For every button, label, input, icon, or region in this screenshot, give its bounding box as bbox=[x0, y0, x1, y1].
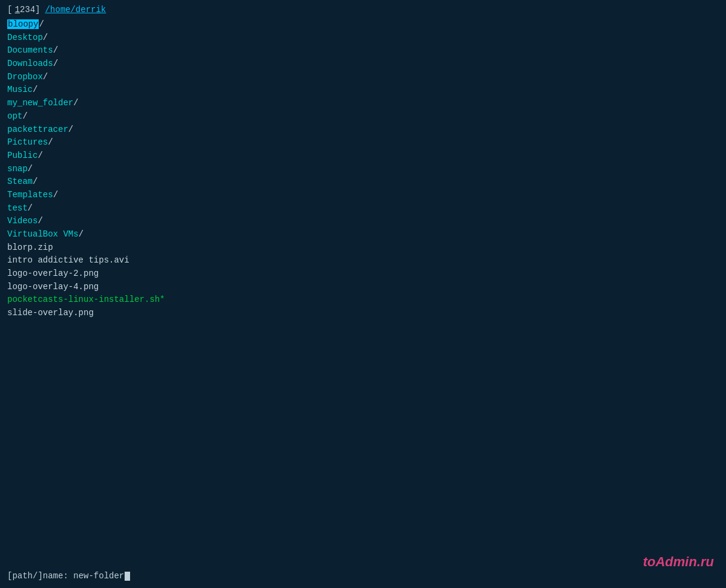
dir-name-documents: Documents bbox=[7, 45, 53, 55]
prompt-label: [path/]name: bbox=[7, 571, 68, 581]
tab-1[interactable]: 1 bbox=[15, 5, 19, 15]
list-item[interactable]: logo-overlay-4.png bbox=[7, 281, 719, 294]
dir-name-public: Public bbox=[7, 151, 38, 160]
file-blorp-zip: blorp.zip bbox=[7, 243, 53, 252]
bottom-prompt: [path/]name: new-folder bbox=[7, 571, 130, 581]
tab-2[interactable]: 2 bbox=[20, 5, 25, 15]
dir-name-desktop: Desktop bbox=[7, 33, 43, 42]
prompt-input[interactable]: new-folder bbox=[73, 571, 124, 581]
list-item[interactable]: Steam/ bbox=[7, 175, 719, 189]
list-item[interactable]: slide-overlay.png bbox=[7, 307, 719, 320]
list-item[interactable]: intro addictive tips.avi bbox=[7, 254, 719, 267]
list-item[interactable]: Desktop/ bbox=[7, 31, 719, 45]
list-item[interactable]: logo-overlay-2.png bbox=[7, 267, 719, 281]
dir-name-opt: opt bbox=[7, 111, 22, 121]
file-logo-overlay-2: logo-overlay-2.png bbox=[7, 269, 99, 278]
list-item[interactable]: opt/ bbox=[7, 110, 719, 123]
directory-listing: bloopy/ Desktop/ Documents/ Downloads/ D… bbox=[7, 18, 719, 320]
dir-name-my-new-folder: my_new_folder bbox=[7, 98, 73, 108]
list-item[interactable]: bloopy/ bbox=[7, 18, 719, 31]
dir-name-dropbox: Dropbox bbox=[7, 72, 43, 82]
list-item[interactable]: my_new_folder/ bbox=[7, 97, 719, 110]
dir-name-steam: Steam bbox=[7, 177, 33, 186]
list-item[interactable]: Templates/ bbox=[7, 189, 719, 202]
file-slide-overlay: slide-overlay.png bbox=[7, 308, 94, 318]
file-pocketcasts-installer: pocketcasts-linux-installer.sh* bbox=[7, 295, 165, 304]
tab-bar: [ 1 2 3 4 ] /home/derrik bbox=[7, 5, 719, 15]
dir-name-test: test bbox=[7, 203, 28, 213]
list-item[interactable]: Pictures/ bbox=[7, 136, 719, 149]
tab-4[interactable]: 4 bbox=[30, 5, 35, 15]
list-item[interactable]: Videos/ bbox=[7, 215, 719, 228]
dir-name-downloads: Downloads bbox=[7, 59, 53, 68]
list-item[interactable]: blorp.zip bbox=[7, 241, 719, 255]
dir-name-virtualbox-vms: VirtualBox VMs bbox=[7, 229, 79, 239]
file-logo-overlay-4: logo-overlay-4.png bbox=[7, 282, 99, 292]
dir-name-bloopy: bloopy bbox=[7, 19, 39, 29]
list-item[interactable]: Public/ bbox=[7, 149, 719, 163]
list-item[interactable]: VirtualBox VMs/ bbox=[7, 228, 719, 241]
list-item[interactable]: test/ bbox=[7, 202, 719, 215]
list-item[interactable]: Dropbox/ bbox=[7, 71, 719, 84]
list-item[interactable]: packettracer/ bbox=[7, 123, 719, 137]
tab-brackets-close: ] bbox=[35, 5, 40, 15]
watermark: toAdmin.ru bbox=[643, 554, 714, 570]
dir-name-videos: Videos bbox=[7, 216, 38, 226]
dir-name-music: Music bbox=[7, 85, 33, 94]
cursor bbox=[125, 572, 130, 581]
dir-name-snap: snap bbox=[7, 164, 28, 174]
list-item[interactable]: pocketcasts-linux-installer.sh* bbox=[7, 293, 719, 307]
tab-3[interactable]: 3 bbox=[25, 5, 30, 15]
prompt-space bbox=[68, 571, 73, 581]
tab-brackets-open: [ bbox=[7, 5, 12, 15]
terminal-window: [ 1 2 3 4 ] /home/derrik bloopy/ Desktop… bbox=[0, 0, 726, 588]
list-item[interactable]: Downloads/ bbox=[7, 57, 719, 71]
list-item[interactable]: Documents/ bbox=[7, 44, 719, 57]
dir-name-packettracer: packettracer bbox=[7, 125, 68, 134]
file-intro-avi: intro addictive tips.avi bbox=[7, 255, 129, 265]
home-path-link[interactable]: /home/derrik bbox=[45, 5, 106, 15]
list-item[interactable]: Music/ bbox=[7, 83, 719, 97]
list-item[interactable]: snap/ bbox=[7, 163, 719, 176]
dir-name-templates: Templates bbox=[7, 190, 53, 200]
dir-name-pictures: Pictures bbox=[7, 137, 48, 147]
